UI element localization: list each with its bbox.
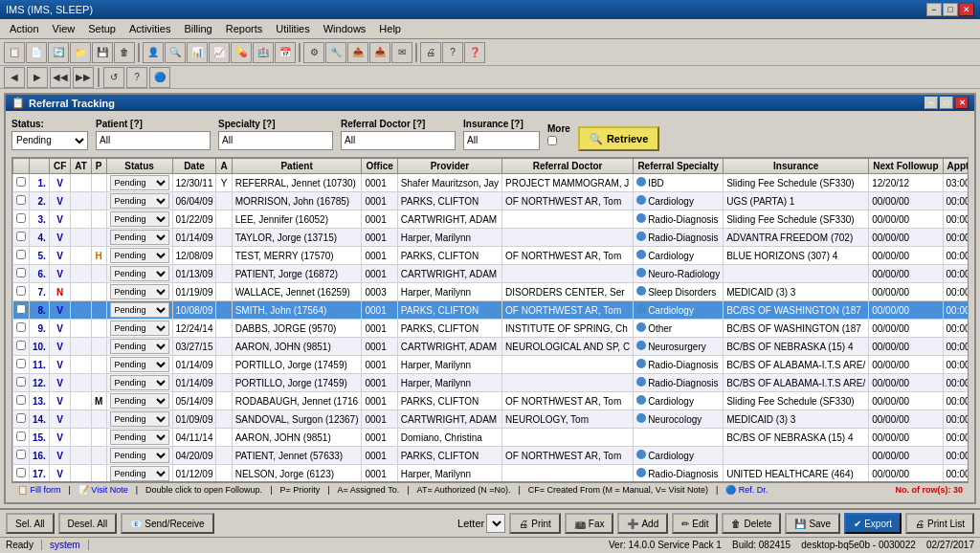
minimize-button[interactable]: − bbox=[926, 3, 942, 16]
menu-windows[interactable]: Windows bbox=[318, 21, 372, 36]
nav-refresh-button[interactable]: ↺ bbox=[103, 67, 124, 88]
row-status-select[interactable]: Pending bbox=[110, 175, 169, 190]
panel-close-btn[interactable]: ✕ bbox=[955, 97, 969, 109]
menu-setup[interactable]: Setup bbox=[82, 21, 122, 36]
maximize-button[interactable]: □ bbox=[943, 3, 958, 16]
row-checkbox[interactable] bbox=[16, 213, 26, 223]
row-status-select[interactable]: Pending bbox=[110, 411, 169, 427]
toolbar-btn-3[interactable]: 🔄 bbox=[48, 42, 69, 63]
desel-all-button[interactable]: Desel. All bbox=[58, 513, 118, 534]
patient-input[interactable] bbox=[96, 131, 211, 150]
row-checkbox[interactable] bbox=[16, 268, 26, 277]
col-office[interactable]: Office bbox=[362, 159, 397, 174]
referral-table-container[interactable]: CF AT P Status Date A Patient Office Pro… bbox=[11, 157, 969, 482]
toolbar-btn-18[interactable]: ✉ bbox=[391, 42, 412, 63]
col-a[interactable]: A bbox=[216, 159, 232, 174]
table-row[interactable]: 16. V Pending 04/20/09 PATIENT, Jennet (… bbox=[13, 447, 969, 465]
row-checkbox[interactable] bbox=[16, 413, 26, 423]
row-status-select[interactable]: Pending bbox=[110, 448, 169, 463]
row-checkbox[interactable] bbox=[16, 322, 26, 332]
row-status-select[interactable]: Pending bbox=[110, 284, 169, 299]
toolbar-btn-9[interactable]: 📊 bbox=[187, 42, 208, 63]
nav-forward-button[interactable]: ▶ bbox=[27, 67, 48, 88]
row-checkbox[interactable] bbox=[16, 286, 26, 296]
row-checkbox[interactable] bbox=[16, 232, 26, 241]
toolbar-btn-20[interactable]: ? bbox=[442, 42, 463, 63]
toolbar-btn-12[interactable]: 🏥 bbox=[253, 42, 274, 63]
col-referral-specialty[interactable]: Referral Specialty bbox=[634, 159, 724, 174]
toolbar-btn-2[interactable]: 📄 bbox=[26, 42, 47, 63]
print-list-button[interactable]: 🖨 Print List bbox=[905, 513, 974, 534]
row-status-select[interactable]: Pending bbox=[110, 321, 169, 336]
specialty-input[interactable] bbox=[218, 131, 333, 150]
toolbar-btn-11[interactable]: 💊 bbox=[231, 42, 252, 63]
table-row[interactable]: 15. V Pending 04/11/14 AARON, JOHN (9851… bbox=[13, 429, 969, 447]
row-status-select[interactable]: Pending bbox=[110, 211, 169, 227]
col-date[interactable]: Date bbox=[172, 159, 216, 174]
menu-action[interactable]: Action bbox=[4, 21, 45, 36]
col-patient[interactable]: Patient bbox=[232, 159, 362, 174]
row-status-select[interactable]: Pending bbox=[110, 230, 169, 245]
info-ref-dr[interactable]: 🔵 Ref. Dr. bbox=[725, 485, 768, 495]
toolbar-btn-16[interactable]: 📤 bbox=[347, 42, 368, 63]
table-row[interactable]: 6. V Pending 01/13/09 PATIENT, Jorge (16… bbox=[13, 265, 969, 283]
nav-help-button[interactable]: ? bbox=[126, 67, 147, 88]
menu-billing[interactable]: Billing bbox=[178, 21, 217, 36]
toolbar-btn-7[interactable]: 👤 bbox=[143, 42, 164, 63]
panel-maximize-btn[interactable]: □ bbox=[940, 97, 953, 109]
add-button[interactable]: ➕ Add bbox=[617, 513, 668, 534]
table-row[interactable]: 9. V Pending 12/24/14 DABBS, JORGE (9570… bbox=[13, 320, 969, 338]
col-next-followup[interactable]: Next Followup bbox=[869, 159, 943, 174]
col-referral-doctor[interactable]: Referral Doctor bbox=[502, 159, 634, 174]
row-checkbox[interactable] bbox=[16, 359, 26, 368]
info-visit-note[interactable]: 📝 Visit Note bbox=[78, 485, 128, 495]
row-checkbox[interactable] bbox=[16, 177, 26, 187]
row-checkbox[interactable] bbox=[16, 304, 26, 314]
menu-help[interactable]: Help bbox=[373, 21, 407, 36]
panel-minimize-btn[interactable]: − bbox=[924, 97, 938, 109]
row-checkbox[interactable] bbox=[16, 395, 26, 405]
export-button[interactable]: ✔ Export bbox=[844, 513, 902, 534]
row-status-select[interactable]: Pending bbox=[110, 393, 169, 409]
row-status-select[interactable]: Pending bbox=[110, 193, 169, 209]
edit-button[interactable]: ✏ Edit bbox=[672, 513, 718, 534]
row-status-select[interactable]: Pending bbox=[110, 302, 169, 318]
row-status-select[interactable]: Pending bbox=[110, 266, 169, 281]
retrieve-button[interactable]: 🔍 Retrieve bbox=[578, 126, 659, 151]
insurance-input[interactable] bbox=[463, 131, 540, 150]
col-insurance[interactable]: Insurance bbox=[724, 159, 869, 174]
row-status-select[interactable]: Pending bbox=[110, 357, 169, 372]
close-button[interactable]: ✕ bbox=[959, 3, 974, 16]
table-row[interactable]: 11. V Pending 01/14/09 PORTILLO, Jorge (… bbox=[13, 356, 969, 374]
toolbar-btn-8[interactable]: 🔍 bbox=[165, 42, 186, 63]
col-appt-booked[interactable]: Appt. Booked bbox=[943, 159, 969, 174]
status-select[interactable]: Pending Completed All bbox=[11, 131, 88, 150]
delete-button[interactable]: 🗑 Delete bbox=[722, 513, 781, 534]
toolbar-btn-4[interactable]: 📁 bbox=[70, 42, 91, 63]
menu-utilities[interactable]: Utilities bbox=[270, 21, 315, 36]
nav-back2-button[interactable]: ◀◀ bbox=[50, 67, 71, 88]
row-checkbox[interactable] bbox=[16, 450, 26, 459]
menu-view[interactable]: View bbox=[47, 21, 81, 36]
info-fill-form[interactable]: 📋 Fill form bbox=[17, 485, 61, 495]
row-status-select[interactable]: Pending bbox=[110, 375, 169, 390]
menu-reports[interactable]: Reports bbox=[220, 21, 269, 36]
more-checkbox[interactable] bbox=[547, 136, 557, 145]
table-row[interactable]: 4. V Pending 01/14/09 TAYLOR, Jorge (137… bbox=[13, 229, 969, 247]
row-status-select[interactable]: Pending bbox=[110, 466, 169, 481]
row-checkbox[interactable] bbox=[16, 468, 26, 477]
col-status[interactable]: Status bbox=[106, 159, 172, 174]
toolbar-btn-10[interactable]: 📈 bbox=[209, 42, 230, 63]
toolbar-btn-19[interactable]: 🖨 bbox=[420, 42, 441, 63]
table-row[interactable]: 3. V Pending 01/22/09 LEE, Jennifer (160… bbox=[13, 210, 969, 229]
table-row[interactable]: 13. V M Pending 05/14/09 RODABAUGH, Jenn… bbox=[13, 392, 969, 410]
print-button[interactable]: 🖨 Print bbox=[509, 513, 561, 534]
row-checkbox[interactable] bbox=[16, 431, 26, 441]
table-row[interactable]: 17. V Pending 01/12/09 NELSON, Jorge (61… bbox=[13, 465, 969, 483]
nav-back-button[interactable]: ◀ bbox=[4, 67, 25, 88]
toolbar-btn-17[interactable]: 📥 bbox=[369, 42, 390, 63]
row-checkbox[interactable] bbox=[16, 341, 26, 350]
table-row[interactable]: 7. N Pending 01/19/09 WALLACE, Jennet (1… bbox=[13, 283, 969, 301]
col-provider[interactable]: Provider bbox=[397, 159, 501, 174]
send-receive-button[interactable]: 📧 Send/Receive bbox=[121, 513, 213, 534]
